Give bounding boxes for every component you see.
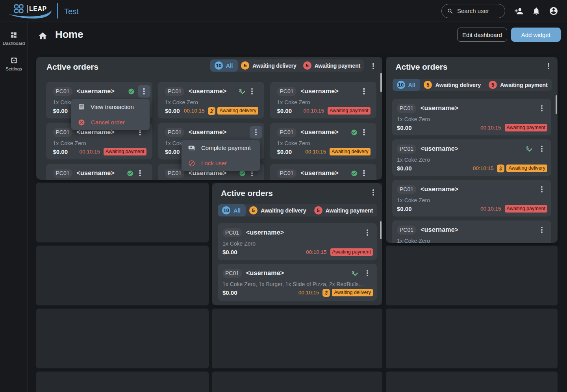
- svg-text:$: $: [526, 146, 528, 150]
- svg-text:$: $: [352, 270, 354, 275]
- svg-text:$: $: [239, 88, 241, 93]
